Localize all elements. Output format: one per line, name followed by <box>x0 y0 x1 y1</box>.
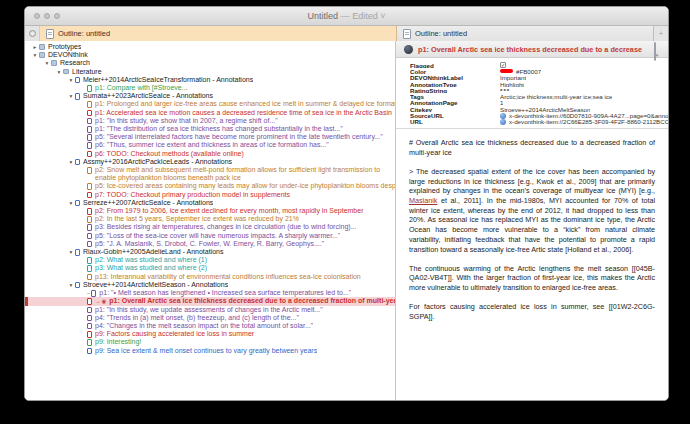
outline-item-label: p3: Besides rising air temperatures, cha… <box>95 223 356 231</box>
outline-row[interactable]: p4: "Changes in the melt season impact o… <box>25 322 395 330</box>
outline-row[interactable]: ▾Riaux-Gobin++2005AdelieLand - Annotatio… <box>25 248 395 256</box>
outline-item-label: DEVONthink <box>48 51 88 59</box>
window-edited-label[interactable]: — Edited ˅ <box>341 11 386 21</box>
replicant-mark-icon: – <box>87 289 90 297</box>
outline-row[interactable]: p1: Compare with [#Stroeve... <box>25 84 395 92</box>
outline-row[interactable]: ▾Serreze++2007ArcticSeaIce - Annotations <box>25 199 395 207</box>
inspector-widget[interactable]: ▾ <box>650 43 662 61</box>
title-bar: Untitled — Edited ˅ <box>25 7 668 26</box>
outline-row[interactable]: p13: Interannual variability of environm… <box>25 273 395 281</box>
outline-item-label: p2: From 1979 to 2006, ice extent declin… <box>95 207 363 215</box>
body-quote: > The decreased spatial extent of the ic… <box>409 167 655 254</box>
outline-row[interactable]: ▸Prototypes <box>25 43 395 51</box>
disclosure-triangle-icon[interactable]: ▾ <box>67 199 75 207</box>
outline-item-label: p9: Sea ice extent & melt onset continue… <box>95 347 317 355</box>
outline-row[interactable]: –p1: "• Melt season has lengthened • Inc… <box>25 289 395 297</box>
disclosure-triangle-icon[interactable]: ▾ <box>67 248 75 256</box>
outline-row[interactable]: ▾Research <box>25 59 395 67</box>
outline-row[interactable]: p5: "J. A. Maslanik, S. Drobot, C. Fowle… <box>25 240 395 248</box>
outline-row[interactable]: p1: "In this study, we update assessment… <box>25 306 395 314</box>
outline-item-label: p7: TODO: Checkout primary production mo… <box>95 191 290 199</box>
outline-item-label: p1: Accelerated sea ice motion causes a … <box>95 109 392 117</box>
outline-row[interactable]: p2: From 1979 to 2006, ice extent declin… <box>25 207 395 215</box>
disclosure-triangle-icon[interactable]: ▾ <box>67 281 75 289</box>
outline-row[interactable]: p2: Snow melt and subsequent melt-pond f… <box>25 166 395 182</box>
note-icon <box>87 142 92 149</box>
url-value[interactable]: x-devonthink-item://2C66E285-3F09-4F2F-8… <box>509 119 668 125</box>
disclosure-triangle-icon[interactable]: ▾ <box>31 51 39 59</box>
outline-row[interactable]: p2: In the last 5 years, September ice e… <box>25 215 395 223</box>
annotations-document-icon <box>75 282 80 289</box>
outline-row[interactable]: ▾Literature <box>25 68 395 76</box>
annotations-document-icon <box>75 77 80 84</box>
outline-row[interactable]: p1: Prolonged and larger ice-free areas … <box>25 100 395 108</box>
outline-row[interactable]: p5: Ice-covered areas containing many le… <box>25 182 395 190</box>
note-icon <box>87 331 92 338</box>
outline-item-label: p1: Prolonged and larger ice-free areas … <box>95 100 395 108</box>
outline-item-label: p9: Interesting! <box>95 338 141 346</box>
outline-row[interactable]: →◉p1: Overall Arctic sea ice thickness d… <box>25 297 395 305</box>
outline-item-label: p4: "Trends in (a) melt onset, (b) freez… <box>95 314 299 322</box>
citation-link[interactable]: Maslanik <box>409 196 437 205</box>
outline-row[interactable]: p5: "Loss of the sea-ice cover will have… <box>25 232 395 240</box>
outline-item-label: p1: "In this study, we show that in 2007… <box>95 117 278 125</box>
outline-row[interactable]: p6: "Thus, summer ice extent and thickne… <box>25 141 395 149</box>
outline-item-label: p1: "In this study, we update assessment… <box>95 306 323 314</box>
outline-row[interactable]: p1: "The distribution of sea ice thickne… <box>25 125 395 133</box>
outline-row[interactable]: p7: TODO: Checkout primary production mo… <box>25 191 395 199</box>
flagged-checkbox[interactable]: ✓ <box>500 62 506 68</box>
disclosure-triangle-icon[interactable]: ▾ <box>67 92 75 100</box>
outline-item-label: p2: In the last 5 years, September ice e… <box>95 215 299 223</box>
color-swatch[interactable] <box>500 69 513 73</box>
outline-row[interactable]: p3: Besides rising air temperatures, cha… <box>25 223 395 231</box>
note-icon <box>87 151 92 158</box>
outline-row[interactable]: p9: Interesting! <box>25 338 395 346</box>
note-icon <box>87 126 92 133</box>
outline-item-label: p6: "Thus, summer ice extent and thickne… <box>95 141 329 149</box>
document-icon <box>403 29 411 39</box>
outline-row[interactable]: ▾Meier++2014ArcticSeaIceTransformation -… <box>25 76 395 84</box>
outline-row[interactable]: p3: What was studied and where (2) <box>25 264 395 272</box>
outline-item-label: p9: Factors causing accelerated ice loss… <box>95 330 254 338</box>
outline-row[interactable]: ▾Stroeve++2014ArcticMeltSeason - Annotat… <box>25 281 395 289</box>
annotations-document-icon <box>75 159 80 166</box>
outline-row[interactable]: p2: What was studied and where (1) <box>25 256 395 264</box>
tab-overflow-button[interactable]: + <box>654 26 668 41</box>
disclosure-triangle-icon[interactable]: ▾ <box>55 68 63 76</box>
disclosure-triangle-icon[interactable]: ▾ <box>67 76 75 84</box>
app-window: Untitled — Edited ˅ Outline: untitled Ou… <box>24 6 669 401</box>
circle-icon <box>29 30 36 37</box>
annotations-document-icon <box>75 249 80 256</box>
outline-row[interactable]: p1: "In this study, we show that in 2007… <box>25 117 395 125</box>
note-icon <box>87 216 92 223</box>
disclosure-triangle-icon[interactable]: ▾ <box>43 59 51 67</box>
outline-item-label: p1: "The distribution of sea ice thickne… <box>95 125 343 133</box>
outline-item-label: p2: Snow melt and subsequent melt-pond f… <box>95 166 395 182</box>
annotations-document-icon <box>75 200 80 207</box>
disclosure-triangle-icon[interactable]: ▸ <box>31 43 39 51</box>
outline-row[interactable]: p9: Factors causing accelerated ice loss… <box>25 330 395 338</box>
tab-outline-right[interactable]: Outline: untitled <box>397 26 654 41</box>
globe-icon[interactable] <box>500 113 506 119</box>
outline-row[interactable]: p4: "Trends in (a) melt onset, (b) freez… <box>25 314 395 322</box>
globe-icon[interactable] <box>500 119 506 125</box>
note-icon <box>87 118 92 125</box>
tab-bar-circle-button[interactable] <box>25 26 40 41</box>
tab-outline-left[interactable]: Outline: untitled <box>40 26 397 41</box>
note-icon <box>87 307 92 314</box>
outline-row[interactable]: p5: "Several interrelated factors have b… <box>25 133 395 141</box>
outline-row[interactable]: ▾DEVONthink <box>25 51 395 59</box>
note-icon <box>87 233 92 240</box>
outline-row[interactable]: p1: Accelerated sea ice motion causes a … <box>25 109 395 117</box>
window-title: Untitled — Edited ˅ <box>25 11 668 21</box>
outline-row[interactable]: ▾Assmy++2016ArcticPackIceLeads - Annotat… <box>25 158 395 166</box>
disclosure-triangle-icon[interactable]: ▾ <box>67 158 75 166</box>
outline-row[interactable]: p6: TODO: Checkout methods (available on… <box>25 150 395 158</box>
note-icon <box>87 274 92 281</box>
outline-tree: ▸Prototypes▾DEVONthink▾Research▾Literatu… <box>25 43 395 355</box>
note-icon <box>87 110 92 117</box>
outline-row[interactable]: ▾Sumata++2023ArcticSeaIce - Annotations <box>25 92 395 100</box>
outline-row[interactable]: p9: Sea ice extent & melt onset continue… <box>25 347 395 355</box>
note-icon <box>87 315 92 322</box>
document-icon <box>46 29 54 39</box>
